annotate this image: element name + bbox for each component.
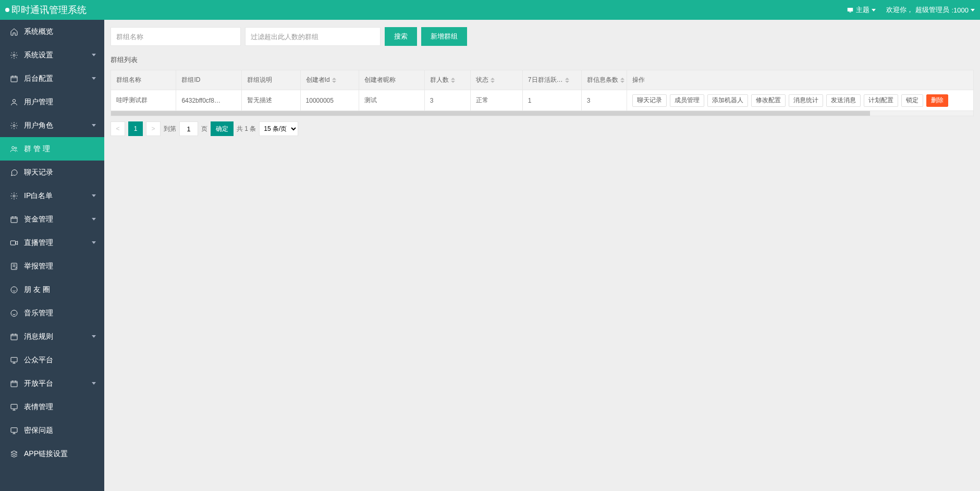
video-icon: [9, 238, 19, 248]
caret-down-icon: [971, 9, 975, 11]
horizontal-scrollbar[interactable]: [111, 111, 974, 116]
toolbar: 搜索 新增群组: [104, 20, 980, 53]
header-right: 主题 欢迎你， 超级管理员 :1000: [847, 5, 975, 15]
table-header-2: 群组说明: [241, 70, 300, 90]
screen-icon: [9, 402, 19, 412]
cell: 3: [581, 90, 627, 111]
sort-icon: [620, 78, 624, 83]
sidebar-item-label: 直播管理: [24, 238, 53, 248]
goto-confirm-button[interactable]: 确定: [211, 121, 234, 136]
sidebar-item-label: 群 管 理: [24, 144, 50, 154]
cell: 测试: [359, 90, 424, 111]
sidebar-item-10[interactable]: 举报管理: [0, 254, 104, 278]
sidebar-item-label: 密保问题: [24, 426, 53, 435]
calendar-icon: [9, 74, 19, 83]
add-group-button[interactable]: 新增群组: [421, 27, 467, 46]
search-input[interactable]: [111, 27, 241, 46]
gear-icon: [9, 121, 19, 130]
sidebar-item-16[interactable]: 表情管理: [0, 395, 104, 419]
sort-icon: [565, 78, 569, 83]
action-button-5[interactable]: 发送消息: [826, 94, 861, 107]
search-button[interactable]: 搜索: [385, 27, 417, 46]
sidebar-item-0[interactable]: 系统概览: [0, 20, 104, 43]
header-label: 群组名称: [116, 76, 141, 83]
svg-point-13: [11, 310, 17, 316]
sidebar-item-label: 系统概览: [24, 27, 53, 36]
header-left: 即时通讯管理系统: [5, 4, 87, 16]
user-icon: [9, 97, 19, 107]
action-button-3[interactable]: 修改配置: [751, 94, 786, 107]
admin-role: 超级管理员: [915, 5, 949, 15]
cell: 正常: [470, 90, 522, 111]
sidebar-item-5[interactable]: 群 管 理: [0, 137, 104, 161]
sidebar-item-18[interactable]: APP链接设置: [0, 442, 104, 465]
per-page-select[interactable]: 15 条/页30 条/页50 条/页: [259, 121, 298, 136]
cell: 1: [522, 90, 581, 111]
action-button-0[interactable]: 聊天记录: [632, 94, 667, 107]
table-header-4: 创建者昵称: [359, 70, 424, 90]
list-title: 群组列表: [104, 53, 980, 70]
chevron-down-icon: [92, 218, 96, 220]
chevron-down-icon: [92, 241, 96, 244]
sidebar-item-label: 消息规则: [24, 332, 53, 341]
smile-icon: [9, 309, 19, 318]
table-header-6[interactable]: 状态: [470, 70, 522, 90]
sidebar-item-17[interactable]: 密保问题: [0, 419, 104, 442]
sidebar-item-4[interactable]: 用户角色: [0, 114, 104, 137]
sidebar-item-15[interactable]: 开放平台: [0, 372, 104, 395]
admin-id: :1000: [951, 6, 969, 14]
sidebar-item-3[interactable]: 用户管理: [0, 90, 104, 114]
svg-point-7: [15, 147, 17, 149]
action-button-8[interactable]: 删除: [926, 94, 948, 107]
header-label: 群人数: [430, 76, 449, 83]
next-page-button[interactable]: >: [146, 121, 161, 136]
pager: < 1 > 到第 页 确定 共 1 条 15 条/页30 条/页50 条/页: [111, 121, 974, 136]
smile-icon: [9, 285, 19, 294]
theme-toggle[interactable]: 主题: [847, 5, 876, 15]
prev-page-button[interactable]: <: [111, 121, 125, 136]
action-button-6[interactable]: 计划配置: [864, 94, 898, 107]
svg-rect-3: [11, 76, 17, 82]
svg-point-8: [13, 195, 15, 197]
filter-input[interactable]: [245, 27, 381, 46]
sidebar-item-1[interactable]: 系统设置: [0, 43, 104, 67]
table-header-0: 群组名称: [111, 70, 176, 90]
main-content: 搜索 新增群组 群组列表 群组名称群组ID群组说明创建者Id创建者昵称群人数状态…: [104, 20, 980, 491]
svg-point-12: [11, 287, 17, 293]
sidebar-item-label: 开放平台: [24, 379, 53, 388]
action-button-7[interactable]: 锁定: [901, 94, 923, 107]
chevron-down-icon: [92, 335, 96, 338]
table-header-8[interactable]: 群信息条数: [581, 70, 627, 90]
scrollbar-thumb[interactable]: [111, 111, 870, 116]
sidebar-item-7[interactable]: IP白名单: [0, 184, 104, 207]
header-label: 7日群活跃…: [528, 76, 563, 83]
table-header-5[interactable]: 群人数: [424, 70, 470, 90]
actions-cell: 聊天记录成员管理添加机器人修改配置消息统计发送消息计划配置锁定删除: [627, 90, 974, 111]
sidebar-item-6[interactable]: 聊天记录: [0, 161, 104, 184]
page-1-button[interactable]: 1: [128, 121, 143, 136]
sidebar: 系统概览系统设置后台配置用户管理用户角色群 管 理聊天记录IP白名单资金管理直播…: [0, 20, 104, 491]
goto-suffix: 页: [201, 125, 207, 133]
header-label: 状态: [476, 76, 488, 83]
action-button-1[interactable]: 成员管理: [670, 94, 704, 107]
svg-point-4: [13, 99, 15, 102]
theme-icon: [847, 6, 854, 14]
sidebar-item-8[interactable]: 资金管理: [0, 207, 104, 231]
sidebar-item-9[interactable]: 直播管理: [0, 231, 104, 254]
header-label: 群组ID: [181, 76, 200, 83]
cell: 哇呼测试群: [111, 90, 176, 111]
sidebar-item-12[interactable]: 音乐管理: [0, 301, 104, 325]
welcome-user[interactable]: 欢迎你， 超级管理员 :1000: [886, 5, 975, 15]
table-header-3[interactable]: 创建者Id: [300, 70, 359, 90]
sidebar-item-label: 音乐管理: [24, 309, 53, 318]
action-button-2[interactable]: 添加机器人: [707, 94, 748, 107]
sidebar-item-14[interactable]: 公众平台: [0, 348, 104, 372]
table-header-7[interactable]: 7日群活跃…: [522, 70, 581, 90]
sidebar-item-2[interactable]: 后台配置: [0, 67, 104, 90]
header: 即时通讯管理系统 主题 欢迎你， 超级管理员 :1000: [0, 0, 980, 20]
goto-page-input[interactable]: [179, 121, 198, 136]
sidebar-item-11[interactable]: 朋 友 圈: [0, 278, 104, 301]
action-button-4[interactable]: 消息统计: [789, 94, 823, 107]
theme-label: 主题: [856, 5, 869, 15]
sidebar-item-13[interactable]: 消息规则: [0, 325, 104, 348]
